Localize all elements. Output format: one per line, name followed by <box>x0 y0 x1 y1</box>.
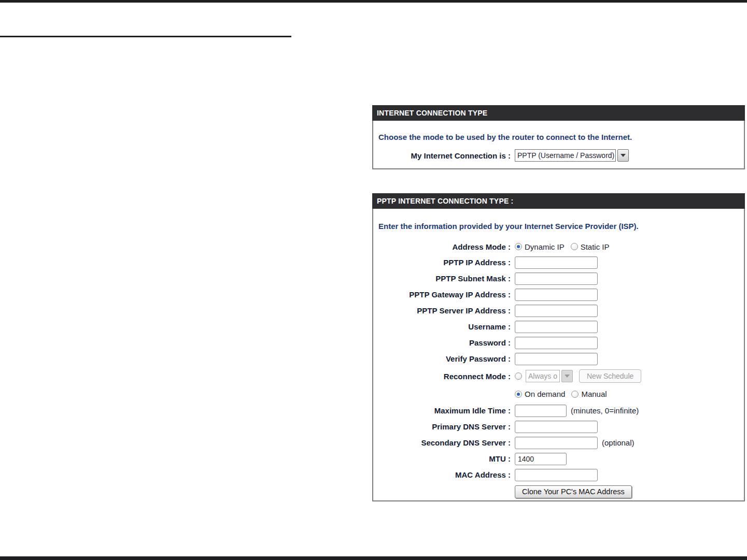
dynamic-ip-radio-label: Dynamic IP <box>525 242 565 251</box>
password-input[interactable] <box>515 337 598 349</box>
primary-dns-server-label: Primary DNS Server : <box>373 422 511 431</box>
secondary-dns-server-label: Secondary DNS Server : <box>373 438 511 447</box>
username-label: Username : <box>373 322 511 331</box>
panel-header: PPTP INTERNET CONNECTION TYPE : <box>372 193 745 209</box>
verify-password-label: Verify Password : <box>373 354 511 363</box>
instruction-text: Enter the information provided by your I… <box>378 221 744 232</box>
page-bottom-bar <box>0 556 747 560</box>
my-internet-connection-label: My Internet Connection is : <box>373 151 511 160</box>
on-demand-radio-label: On demand <box>525 390 565 398</box>
on-demand-radio[interactable] <box>515 391 522 398</box>
secondary-dns-server-input[interactable] <box>515 437 598 449</box>
chevron-down-icon[interactable] <box>561 370 573 382</box>
verify-password-input[interactable] <box>515 353 598 365</box>
panel-body: Choose the mode to be used by the router… <box>372 121 745 169</box>
section-heading-underline <box>0 36 291 37</box>
panel-body: Enter the information provided by your I… <box>372 209 745 501</box>
maximum-idle-time-note: (minutes, 0=infinite) <box>571 406 639 415</box>
pptp-server-ip-address-input[interactable] <box>515 305 598 317</box>
schedule-select-value[interactable]: Always o <box>526 370 560 382</box>
mac-address-input[interactable] <box>515 469 598 481</box>
pptp-gateway-ip-address-label: PPTP Gateway IP Address : <box>373 290 511 299</box>
mtu-input[interactable] <box>515 453 567 465</box>
internet-connection-select-value[interactable]: PPTP (Username / Password) <box>515 149 616 162</box>
internet-connection-type-panel: INTERNET CONNECTION TYPE Choose the mode… <box>372 105 745 169</box>
static-ip-radio-label: Static IP <box>581 242 610 251</box>
instruction-text: Choose the mode to be used by the router… <box>378 132 744 142</box>
address-mode-label: Address Mode : <box>373 242 511 251</box>
dynamic-ip-radio[interactable] <box>515 243 522 250</box>
clone-mac-address-button[interactable]: Clone Your PC's MAC Address <box>515 485 632 498</box>
panel-header: INTERNET CONNECTION TYPE <box>372 105 745 121</box>
reconnect-mode-label: Reconnect Mode : <box>373 372 511 381</box>
pptp-gateway-ip-address-input[interactable] <box>515 289 598 301</box>
manual-radio-label: Manual <box>581 390 607 398</box>
maximum-idle-time-label: Maximum Idle Time : <box>373 406 511 415</box>
secondary-dns-server-note: (optional) <box>602 438 635 447</box>
static-ip-radio[interactable] <box>571 243 578 250</box>
new-schedule-button[interactable]: New Schedule <box>579 369 641 383</box>
reconnect-schedule-radio[interactable] <box>515 372 522 380</box>
maximum-idle-time-input[interactable] <box>515 405 567 417</box>
pptp-ip-address-label: PPTP IP Address : <box>373 258 511 267</box>
schedule-select[interactable]: Always o <box>526 370 573 382</box>
chevron-down-icon[interactable] <box>617 149 629 162</box>
mac-address-label: MAC Address : <box>373 470 511 479</box>
password-label: Password : <box>373 338 511 347</box>
pptp-ip-address-input[interactable] <box>515 256 598 269</box>
mtu-label: MTU : <box>373 454 511 463</box>
manual-radio[interactable] <box>571 391 579 398</box>
pptp-server-ip-address-label: PPTP Server IP Address : <box>373 306 511 315</box>
username-input[interactable] <box>515 321 598 333</box>
page-top-bar <box>0 0 747 3</box>
internet-connection-select[interactable]: PPTP (Username / Password) <box>515 149 629 162</box>
primary-dns-server-input[interactable] <box>515 421 598 433</box>
pptp-subnet-mask-input[interactable] <box>515 272 598 285</box>
pptp-subnet-mask-label: PPTP Subnet Mask : <box>373 274 511 283</box>
pptp-internet-connection-type-panel: PPTP INTERNET CONNECTION TYPE : Enter th… <box>372 193 745 501</box>
